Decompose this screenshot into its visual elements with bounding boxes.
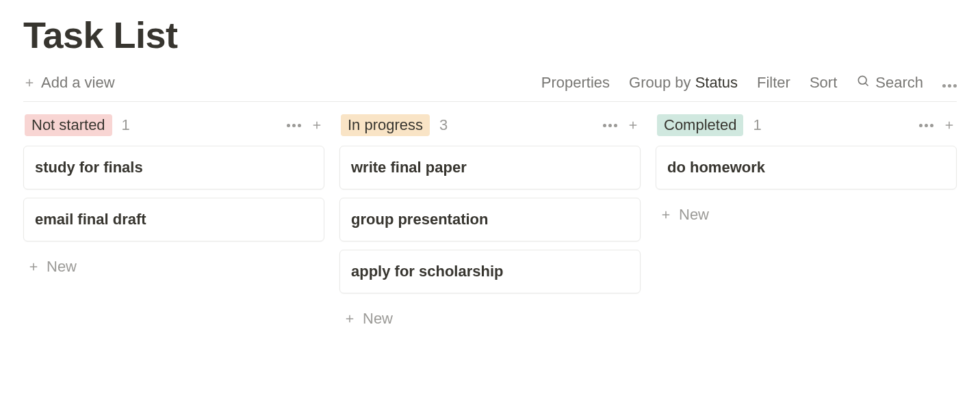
board: Not started 1 study for finals email fin…: [23, 114, 957, 334]
status-badge[interactable]: Not started: [25, 114, 112, 136]
column-header-left: In progress 3: [341, 114, 448, 136]
column-header: In progress 3: [339, 114, 641, 136]
toolbar: Add a view Properties Group by Status Fi…: [23, 74, 957, 102]
dots-horizontal-icon: [942, 84, 957, 88]
column-count: 1: [753, 116, 761, 134]
column-header: Not started 1: [23, 114, 324, 136]
group-by-button[interactable]: Group by Status: [629, 74, 738, 92]
column-add-button[interactable]: [311, 119, 323, 131]
search-button[interactable]: Search: [856, 74, 923, 92]
svg-line-3: [866, 83, 868, 86]
plus-icon: [23, 77, 36, 89]
column-more-button[interactable]: [287, 124, 301, 127]
page-title: Task List: [23, 14, 957, 56]
card[interactable]: group presentation: [339, 198, 641, 241]
column-more-button[interactable]: [919, 124, 933, 127]
group-by-prefix: Group by: [629, 74, 695, 91]
column-header-right: [919, 119, 955, 131]
add-view-label: Add a view: [41, 74, 115, 92]
search-label: Search: [875, 74, 923, 92]
column-count: 3: [439, 116, 448, 134]
column-header-right: [287, 119, 323, 131]
more-menu-button[interactable]: [942, 74, 957, 92]
new-card-button[interactable]: New: [656, 199, 957, 231]
new-card-button[interactable]: New: [23, 251, 324, 283]
column-header-left: Completed 1: [657, 114, 762, 136]
column-not-started: Not started 1 study for finals email fin…: [23, 114, 324, 334]
plus-icon: [660, 209, 672, 221]
card[interactable]: apply for scholarship: [339, 250, 641, 293]
column-header-left: Not started 1: [25, 114, 130, 136]
column-in-progress: In progress 3 write final paper group pr…: [339, 114, 641, 334]
status-badge[interactable]: In progress: [341, 114, 430, 136]
card[interactable]: study for finals: [23, 146, 324, 189]
search-icon: [856, 74, 870, 92]
card[interactable]: do homework: [656, 146, 957, 189]
new-label: New: [679, 206, 709, 224]
sort-button[interactable]: Sort: [810, 74, 837, 92]
column-header: Completed 1: [656, 114, 957, 136]
properties-button[interactable]: Properties: [541, 74, 610, 92]
toolbar-right: Properties Group by Status Filter Sort S…: [541, 74, 957, 92]
status-badge[interactable]: Completed: [657, 114, 743, 136]
column-count: 1: [122, 116, 130, 134]
column-add-button[interactable]: [627, 119, 639, 131]
column-add-button[interactable]: [943, 119, 955, 131]
plus-icon: [27, 261, 40, 273]
column-header-right: [603, 119, 639, 131]
card[interactable]: write final paper: [339, 146, 641, 189]
new-card-button[interactable]: New: [339, 303, 641, 334]
svg-point-2: [859, 76, 867, 84]
add-view-button[interactable]: Add a view: [23, 74, 115, 92]
filter-button[interactable]: Filter: [757, 74, 790, 92]
toolbar-left: Add a view: [23, 74, 115, 92]
column-more-button[interactable]: [603, 124, 617, 127]
card[interactable]: email final draft: [23, 198, 324, 241]
group-by-value: Status: [695, 74, 738, 91]
new-label: New: [47, 258, 77, 276]
plus-icon: [344, 313, 356, 325]
new-label: New: [363, 310, 393, 328]
column-completed: Completed 1 do homework New: [656, 114, 957, 334]
